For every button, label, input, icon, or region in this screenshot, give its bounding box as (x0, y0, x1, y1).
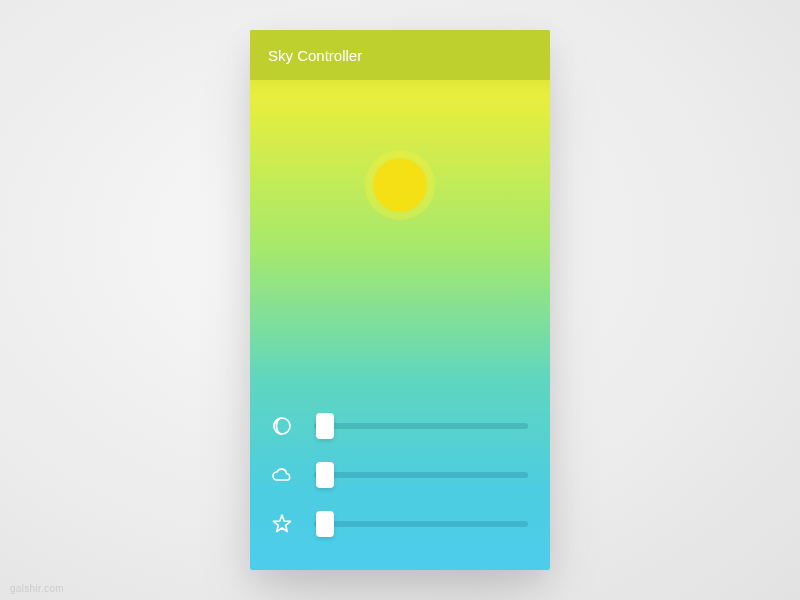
cloud-slider[interactable] (314, 463, 528, 487)
star-icon (268, 510, 296, 538)
sky-preview (250, 80, 550, 380)
star-slider[interactable] (314, 512, 528, 536)
slider-row-cloud (268, 461, 528, 489)
header-bar: Sky Controller (250, 30, 550, 80)
slider-thumb[interactable] (316, 413, 334, 439)
watermark-text: galshir.com (10, 583, 64, 594)
slider-rail (314, 472, 528, 478)
app-title: Sky Controller (268, 47, 362, 64)
controls-panel (250, 380, 550, 570)
sun-icon (373, 158, 427, 212)
slider-rail (314, 423, 528, 429)
slider-rail (314, 521, 528, 527)
cloud-icon (268, 461, 296, 489)
slider-thumb[interactable] (316, 511, 334, 537)
slider-row-star (268, 510, 528, 538)
slider-row-moon (268, 412, 528, 440)
moon-icon (268, 412, 296, 440)
sky-controller-card: Sky Controller (250, 30, 550, 570)
slider-thumb[interactable] (316, 462, 334, 488)
moon-slider[interactable] (314, 414, 528, 438)
